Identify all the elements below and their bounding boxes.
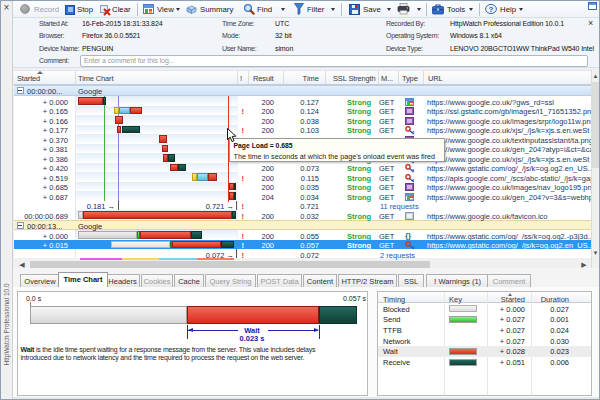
svg-text:?: ? [489,5,494,14]
